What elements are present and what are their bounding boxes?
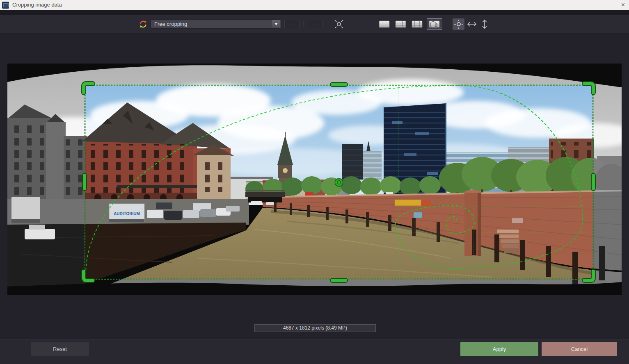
window-title: Cropping image data	[12, 2, 62, 8]
crop-mode-select[interactable]: Free cropping	[151, 19, 281, 29]
close-button[interactable]: ×	[621, 1, 625, 9]
horizontal-arrows-button[interactable]	[466, 18, 478, 30]
vertical-arrows-icon	[479, 18, 490, 30]
center-view-icon	[333, 18, 345, 30]
crop-size-status: 4687 x 1812 pixels (8.49 MP)	[254, 324, 376, 332]
ratio-height-input[interactable]: ----	[307, 20, 323, 28]
horizontal-arrows-icon	[466, 18, 478, 30]
fine-grid-icon	[412, 20, 423, 28]
app-icon	[2, 2, 9, 9]
apply-button[interactable]: Apply	[460, 342, 538, 356]
show-center-toggle[interactable]	[453, 18, 464, 30]
overlay-none-button[interactable]	[377, 18, 391, 30]
ratio-width-input[interactable]: ----	[284, 20, 300, 28]
rotate-crop-icon	[139, 20, 148, 29]
footer-bar: Reset Apply Cancel	[0, 339, 629, 364]
cancel-button[interactable]: Cancel	[542, 342, 617, 356]
cropping-dialog: AUDITORIUM	[0, 0, 629, 364]
spiral-badge: p	[439, 25, 441, 29]
crosshair-icon	[453, 18, 464, 30]
overlay-thirds-grid-button[interactable]	[394, 18, 408, 30]
titlebar-divider	[0, 10, 629, 15]
rotate-crop-button[interactable]	[139, 20, 148, 29]
ratio-separator: :	[302, 20, 304, 27]
panorama	[7, 64, 629, 295]
reset-button[interactable]: Reset	[31, 342, 89, 356]
dropdown-arrow-icon[interactable]	[272, 20, 280, 28]
overlay-golden-spiral-button[interactable]: p	[427, 18, 442, 30]
thirds-grid-icon	[395, 20, 407, 28]
crop-mode-value: Free cropping	[154, 21, 187, 27]
vertical-arrows-button[interactable]	[479, 18, 490, 30]
titlebar: Cropping image data ×	[0, 0, 629, 10]
center-crop-button[interactable]	[333, 18, 345, 30]
no-overlay-icon	[379, 20, 390, 28]
overlay-fine-grid-button[interactable]	[410, 18, 424, 30]
crop-canvas: AUDITORIUM	[0, 0, 629, 364]
toolbar: Free cropping ---- : ----	[0, 15, 629, 34]
